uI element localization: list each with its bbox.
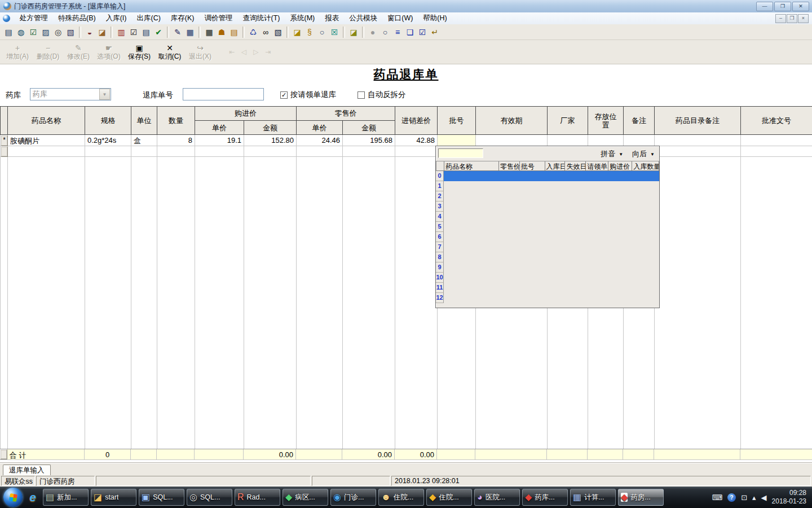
cell-purchase-price[interactable]: 19.1 bbox=[195, 135, 244, 146]
cell-drug[interactable]: 胺碘酮片 bbox=[8, 135, 85, 146]
checkbox-checked-icon[interactable]: ✓ bbox=[280, 91, 288, 99]
taskbar-item-radmin[interactable]: R Rad... bbox=[235, 489, 280, 506]
popup-search-input[interactable] bbox=[438, 148, 483, 158]
menu-item-inventory[interactable]: 库存(K) bbox=[166, 12, 200, 24]
menu-item-prescription[interactable]: 处方管理 bbox=[15, 12, 53, 24]
taskbar-item-hospital-stats[interactable]: ◕ 医院... bbox=[474, 489, 520, 506]
show-hidden-icons[interactable]: ▴ bbox=[752, 494, 756, 501]
menu-item-inbound[interactable]: 入库(I) bbox=[101, 12, 132, 24]
menu-item-common-modules[interactable]: 公共模块 bbox=[344, 12, 382, 24]
popup-row[interactable]: 0 bbox=[436, 171, 659, 181]
popup-row[interactable]: 11 bbox=[436, 283, 659, 293]
cell-location[interactable] bbox=[588, 135, 624, 146]
ie-quicklaunch-icon[interactable]: e bbox=[25, 489, 41, 505]
chevron-down-icon[interactable]: ▼ bbox=[99, 89, 110, 100]
popup-row-selected[interactable] bbox=[444, 171, 659, 181]
clipboard-add-icon[interactable]: ▥ bbox=[115, 26, 127, 38]
taskbar-item-sql-analyzer[interactable]: ▣ SQL... bbox=[139, 489, 184, 506]
popup-row[interactable]: 4 bbox=[436, 212, 659, 222]
layers-icon[interactable]: ❏ bbox=[404, 26, 416, 38]
find-window-icon[interactable]: ▧ bbox=[272, 26, 284, 38]
clipboard-ok-icon[interactable]: ✔ bbox=[152, 26, 165, 38]
vial-icon[interactable]: ◍ bbox=[15, 26, 27, 38]
doc-search-icon[interactable]: ▨ bbox=[39, 26, 52, 38]
cell-expiry[interactable] bbox=[476, 135, 548, 146]
cancel-button[interactable]: ✕ 取消(C) bbox=[155, 41, 185, 63]
list-icon[interactable]: ≡ bbox=[391, 26, 404, 38]
cell-unit[interactable]: 盒 bbox=[131, 135, 157, 146]
cell-purchase-amount[interactable]: 152.80 bbox=[244, 135, 297, 146]
search-direction-dropdown[interactable]: 向后 ▼ bbox=[632, 149, 655, 159]
checkbox-unchecked-icon[interactable] bbox=[358, 91, 365, 99]
close-button[interactable]: ✕ bbox=[792, 2, 809, 11]
order-no-input[interactable] bbox=[183, 88, 264, 100]
zoom-icon[interactable]: ○ bbox=[379, 26, 391, 38]
sort-mode-dropdown[interactable]: 拼音 ▼ bbox=[601, 149, 623, 159]
popup-row[interactable]: 12 bbox=[436, 293, 659, 303]
folder-open-icon[interactable]: ◪ bbox=[291, 26, 303, 38]
taskbar-item-drug-store[interactable]: ◆ 药库... bbox=[522, 489, 568, 506]
cell-maker[interactable] bbox=[548, 135, 588, 146]
cell-retail-amount[interactable]: 195.68 bbox=[343, 135, 395, 146]
popup-row[interactable]: 2 bbox=[436, 191, 659, 202]
verify-icon[interactable]: ☑ bbox=[416, 26, 429, 38]
popup-row[interactable]: 10 bbox=[436, 273, 659, 283]
taskbar-item-calculator[interactable]: ▦ 计算... bbox=[570, 489, 616, 506]
taskbar-item-ward[interactable]: ◆ 病区... bbox=[283, 489, 328, 506]
menu-item-help[interactable]: 帮助(H) bbox=[418, 12, 452, 24]
popup-row[interactable]: 5 bbox=[436, 222, 659, 232]
cell-diff[interactable]: 42.88 bbox=[395, 135, 438, 146]
search-icon[interactable]: ○ bbox=[316, 26, 328, 38]
clipboard-doc-icon[interactable]: ▤ bbox=[140, 26, 152, 38]
exit-note-icon[interactable]: ↵ bbox=[429, 26, 441, 38]
mdi-restore-button[interactable]: ❐ bbox=[787, 14, 797, 23]
edit-window-icon[interactable]: ▦ bbox=[184, 26, 196, 38]
mdi-minimize-button[interactable]: – bbox=[775, 14, 786, 23]
auto-split-checkbox[interactable]: 自动反拆分 bbox=[358, 90, 406, 100]
bell-icon[interactable]: ☗ bbox=[215, 26, 228, 38]
keypad-icon[interactable]: ▦ bbox=[203, 26, 215, 38]
window-tray-icon[interactable]: ⊡ bbox=[741, 494, 747, 501]
menu-item-system[interactable]: 系统(M) bbox=[285, 12, 320, 24]
new-folder-icon[interactable]: ◪ bbox=[96, 26, 108, 38]
minimize-button[interactable]: — bbox=[756, 2, 773, 11]
trash-icon[interactable]: ♺ bbox=[247, 26, 259, 38]
menu-item-query-stats[interactable]: 查询统计(T) bbox=[238, 12, 285, 24]
popup-row[interactable]: 6 bbox=[436, 232, 659, 242]
start-button[interactable] bbox=[3, 488, 23, 507]
taskbar-item-pharmacy[interactable]: ◆ 药房... bbox=[618, 489, 664, 506]
cell-approval[interactable] bbox=[741, 135, 812, 146]
save-button[interactable]: ▣ 保存(S) bbox=[124, 41, 155, 63]
cell-batch-selected[interactable] bbox=[438, 135, 476, 146]
cell-retail-price[interactable]: 24.46 bbox=[297, 135, 343, 146]
audit-doc-icon[interactable]: ▧ bbox=[64, 26, 77, 38]
taskbar-item-sql-manager[interactable]: ◎ SQL... bbox=[187, 489, 232, 506]
taskbar-item-inpatient[interactable]: ◆ 住院... bbox=[426, 489, 472, 506]
tray-clock[interactable]: 09:28 2018-01-23 bbox=[772, 489, 809, 506]
clipboard-check-icon[interactable]: ☑ bbox=[127, 26, 140, 38]
menu-item-reports[interactable]: 报表 bbox=[320, 12, 344, 24]
popup-row[interactable]: 7 bbox=[436, 242, 659, 252]
restore-button[interactable]: ❐ bbox=[774, 2, 791, 11]
mdi-close-button[interactable]: × bbox=[798, 14, 809, 23]
tab-return-entry[interactable]: 退库单输入 bbox=[3, 465, 51, 476]
menu-item-outbound[interactable]: 出库(C) bbox=[131, 12, 165, 24]
warehouse-combobox[interactable]: 药库 ▼ bbox=[30, 88, 111, 100]
popup-row[interactable]: 3 bbox=[436, 202, 659, 212]
taskbar-item-inpatient-reg[interactable]: ☻ 住院... bbox=[378, 489, 424, 506]
cell-catalog-remark[interactable] bbox=[655, 135, 741, 146]
menu-item-window[interactable]: 窗口(W) bbox=[382, 12, 418, 24]
vial-x-icon[interactable]: ◒ bbox=[83, 26, 96, 38]
menu-item-price-adjust[interactable]: 调价管理 bbox=[200, 12, 238, 24]
taskbar-item-clinic[interactable]: ◉ 门诊... bbox=[330, 489, 376, 506]
cell-remark[interactable] bbox=[624, 135, 655, 146]
calendar-icon[interactable]: ▤ bbox=[228, 26, 240, 38]
print-icon[interactable]: ▤ bbox=[2, 26, 15, 38]
menu-item-special-drugs[interactable]: 特殊药品(B) bbox=[53, 12, 101, 24]
find-doc-icon[interactable]: ◎ bbox=[52, 26, 64, 38]
popup-row[interactable]: 1 bbox=[436, 181, 659, 191]
popup-row[interactable]: 9 bbox=[436, 262, 659, 273]
keyboard-icon[interactable]: ⌨ bbox=[712, 494, 722, 501]
approve-icon[interactable]: ☑ bbox=[27, 26, 39, 38]
export-folder-icon[interactable]: ◪ bbox=[347, 26, 360, 38]
